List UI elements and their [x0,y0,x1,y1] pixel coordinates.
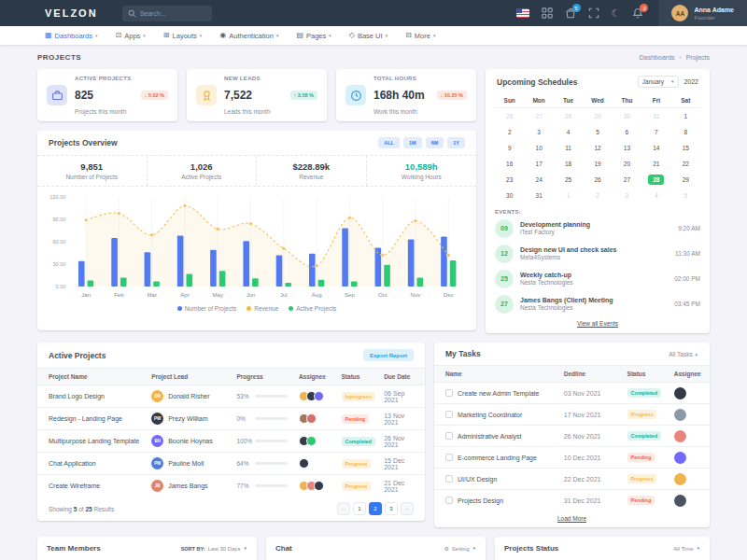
menu-item-dashboards[interactable]: ▦Dashboards▾ [45,32,98,40]
calendar-day[interactable]: 23 [495,172,524,188]
team-members-sort-dropdown[interactable]: SORT BY: Last 30 Days ▼ [181,546,247,552]
range-button-6m[interactable]: 6M [426,137,444,148]
calendar-day[interactable]: 11 [554,140,583,156]
menu-item-pages[interactable]: ▤Pages▾ [296,32,331,40]
calendar-day[interactable]: 31 [641,108,670,124]
task-checkbox[interactable] [445,475,453,483]
calendar-day[interactable]: 16 [495,156,524,172]
calendar-day[interactable]: 18 [554,156,583,172]
projects-overview-card: Projects Overview ALL1M6M1Y 9,851Number … [37,131,476,330]
task-checkbox[interactable] [445,432,453,440]
task-checkbox[interactable] [445,389,453,397]
calendar-day[interactable]: 2 [583,188,612,203]
dark-mode-button[interactable]: ☾ [612,8,621,19]
table-row: Marketing Coordinator17 Nov 2021Progress [434,404,710,426]
calendar-day[interactable]: 26 [495,108,524,124]
event-organization: Nesta Technologies [520,304,668,311]
fullscreen-button[interactable] [588,7,599,19]
column-header: Status [622,366,669,383]
notifications-button[interactable]: 3 [632,7,643,19]
range-button-all[interactable]: ALL [378,137,400,148]
calendar-day[interactable]: 31 [524,188,553,203]
month-select[interactable]: January ▼ [638,76,680,88]
assignee-avatars [299,458,331,469]
calendar-day[interactable]: 10 [524,140,553,156]
menu-item-authentication[interactable]: ◉Authentication▾ [219,32,278,40]
svg-text:Dec: Dec [444,292,454,298]
export-report-button[interactable]: Export Report [363,349,414,361]
status-badge: Completed [342,437,375,446]
pagination-next[interactable]: → [401,502,414,515]
calendar-day[interactable]: 9 [495,140,524,156]
menu-item-layouts[interactable]: ⊞Layouts▾ [163,32,203,40]
calendar-day[interactable]: 21 [641,156,670,172]
calendar-day[interactable]: 1 [554,188,583,203]
calendar-day[interactable]: 20 [613,156,641,172]
calendar-day[interactable]: 24 [524,172,553,188]
projects-status-filter-dropdown[interactable]: All Time ▼ [673,546,700,552]
calendar-day[interactable]: 26 [583,172,612,188]
view-all-events-link[interactable]: View all Events [577,320,618,327]
user-menu[interactable]: AA Anna Adame Founder [658,0,747,26]
calendar-day[interactable]: 22 [671,156,700,172]
search-box[interactable] [122,6,212,21]
calendar-day[interactable]: 25 [554,172,583,188]
calendar-day[interactable]: 29 [671,172,700,188]
menu-item-more[interactable]: ⊟More▾ [405,32,435,40]
pagination-page-3[interactable]: 3 [385,502,398,515]
load-more-link[interactable]: Load More [557,515,586,522]
calendar-day[interactable]: 3 [524,124,553,140]
pagination-prev[interactable]: ← [337,502,350,515]
search-input[interactable] [140,10,207,17]
chat-setting-dropdown[interactable]: ⚙ Setting ▼ [444,545,476,552]
svg-text:120.00: 120.00 [49,194,65,200]
range-button-1m[interactable]: 1M [403,137,422,148]
calendar-day[interactable]: 30 [495,188,524,203]
calendar-day[interactable]: 19 [583,156,612,172]
assignee-avatar [674,430,686,442]
clock-icon [345,85,366,105]
calendar-day[interactable]: 17 [524,156,553,172]
calendar-day[interactable]: 30 [613,108,641,124]
calendar-day[interactable]: 5 [583,124,612,140]
calendar-day[interactable]: 6 [613,124,641,140]
calendar-day[interactable]: 13 [613,140,641,156]
event-time: 9:20 AM [678,225,700,231]
breadcrumb-item[interactable]: Projects [686,54,710,61]
calendar-day[interactable]: 28 [641,172,670,188]
language-flag-button[interactable] [516,8,529,18]
tasks-filter-dropdown[interactable]: All Tasks ▼ [669,351,698,357]
event-item: 09Development planningiTest Factory9:20 … [486,216,710,241]
avatar [314,481,324,491]
calendar-day[interactable]: 14 [641,140,670,156]
task-checkbox[interactable] [445,411,453,418]
calendar-day[interactable]: 4 [641,188,670,203]
calendar-day[interactable]: 12 [583,140,612,156]
apps-grid-button[interactable] [542,7,553,19]
calendar-day[interactable]: 7 [641,124,670,140]
task-checkbox[interactable] [445,497,453,504]
calendar-day[interactable]: 15 [671,140,700,156]
menu-item-base-ui[interactable]: ◇Base UI▾ [349,32,388,40]
status-badge: Progress [342,459,372,469]
range-button-1y[interactable]: 1Y [447,137,465,148]
calendar-day[interactable]: 8 [671,124,700,140]
calendar-weekday: Fri [641,94,670,108]
breadcrumb-item[interactable]: Dashboards [640,54,675,61]
calendar-day[interactable]: 27 [524,108,553,124]
table-row: Redesign - Landing PagePWPrezy William0%… [37,408,425,430]
calendar-day[interactable]: 27 [613,172,641,188]
calendar-day[interactable]: 1 [671,108,700,124]
cart-button[interactable]: 5 [565,7,576,19]
calendar-day[interactable]: 3 [613,188,641,203]
calendar-day[interactable]: 4 [554,124,583,140]
pagination-page-2[interactable]: 2 [369,502,382,515]
calendar-day[interactable]: 29 [583,108,612,124]
calendar-day[interactable]: 5 [671,188,700,203]
calendar-day[interactable]: 28 [554,108,583,124]
pagination-page-1[interactable]: 1 [353,502,366,515]
calendar-day[interactable]: 2 [495,124,524,140]
kpi-label: Revenue [261,174,362,180]
task-checkbox[interactable] [445,454,453,461]
menu-item-apps[interactable]: ⊡Apps▾ [116,32,146,40]
